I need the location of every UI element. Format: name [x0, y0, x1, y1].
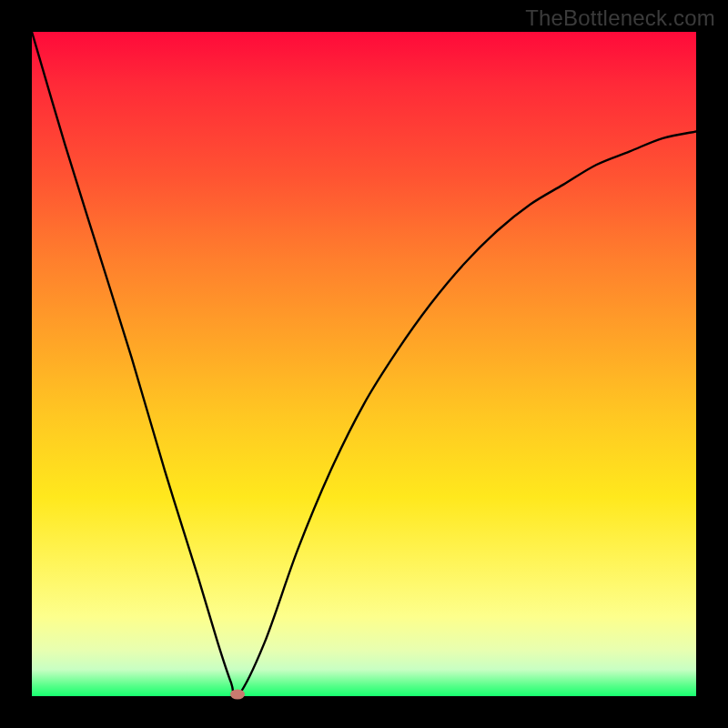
chart-frame: TheBottleneck.com	[0, 0, 728, 728]
plot-area	[32, 32, 696, 696]
bottleneck-curve	[32, 32, 696, 696]
minimum-marker	[230, 690, 245, 700]
watermark-text: TheBottleneck.com	[525, 5, 715, 31]
